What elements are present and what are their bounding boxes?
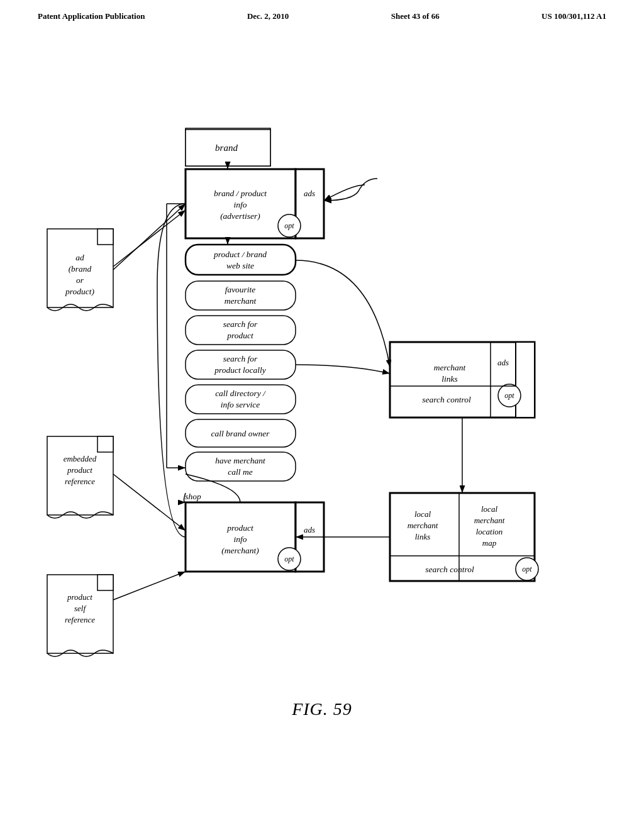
- svg-text:or: or: [76, 275, 84, 285]
- svg-text:links: links: [441, 374, 458, 384]
- svg-text:web site: web site: [226, 261, 254, 270]
- call-brand-owner-node: call brand owner: [186, 419, 296, 447]
- svg-text:(brand: (brand: [69, 264, 92, 274]
- brand-node: brand: [186, 128, 270, 166]
- diagram-svg: brand opt brand / product info (advertis…: [0, 34, 644, 757]
- svg-text:local: local: [414, 509, 431, 519]
- svg-marker-14: [97, 229, 113, 245]
- svg-text:search control: search control: [422, 395, 471, 404]
- call-directory-node: call directory / info service: [186, 385, 296, 414]
- svg-text:brand: brand: [215, 143, 238, 153]
- svg-text:ads: ads: [497, 358, 509, 367]
- svg-text:search control: search control: [425, 565, 474, 574]
- svg-text:product): product): [65, 287, 94, 296]
- sheet-label: Sheet 43 of 66: [391, 11, 440, 21]
- svg-text:shop: shop: [185, 492, 201, 501]
- svg-text:reference: reference: [65, 615, 95, 624]
- svg-text:product: product: [226, 523, 254, 533]
- svg-text:call directory /: call directory /: [215, 389, 266, 398]
- svg-text:ads: ads: [304, 525, 315, 534]
- svg-text:merchant: merchant: [225, 296, 257, 306]
- svg-text:product / brand: product / brand: [213, 250, 267, 259]
- svg-text:product: product: [67, 465, 92, 475]
- svg-line-89: [113, 572, 186, 600]
- svg-text:opt: opt: [284, 555, 294, 563]
- svg-text:search for: search for: [223, 354, 258, 363]
- svg-text:merchant: merchant: [434, 363, 467, 372]
- svg-text:map: map: [482, 538, 497, 548]
- page-header: Patent Application Publication Dec. 2, 2…: [0, 0, 644, 28]
- ad-brand-product-node: ad (brand or product): [47, 229, 113, 311]
- shop-label: shop: [185, 492, 201, 501]
- svg-text:embedded: embedded: [64, 454, 97, 463]
- svg-text:info: info: [233, 534, 247, 544]
- svg-text:self: self: [74, 604, 87, 613]
- svg-text:opt: opt: [522, 565, 532, 573]
- svg-text:local: local: [481, 504, 497, 514]
- svg-line-90: [113, 204, 186, 270]
- svg-rect-49: [516, 342, 535, 418]
- favourite-merchant-node: favourite merchant: [186, 281, 296, 310]
- svg-text:ad: ad: [75, 253, 84, 262]
- publication-label: Patent Application Publication: [38, 11, 145, 21]
- svg-text:info service: info service: [221, 400, 260, 409]
- svg-text:brand / product: brand / product: [214, 189, 267, 198]
- svg-text:info: info: [233, 200, 247, 209]
- svg-text:(advertiser): (advertiser): [220, 211, 260, 221]
- product-brand-website-node: product / brand web site: [186, 245, 296, 275]
- figure-caption: FIG. 59: [292, 699, 352, 719]
- have-merchant-call-me-node: have merchant call me: [186, 452, 296, 481]
- diagram-area: brand opt brand / product info (advertis…: [0, 34, 644, 757]
- svg-text:search for: search for: [223, 319, 258, 329]
- brand-product-info-node: opt brand / product info (advertiser) ad…: [186, 169, 324, 238]
- svg-text:favourite: favourite: [225, 285, 256, 294]
- svg-text:ads: ads: [304, 189, 315, 198]
- local-merchant-box: local merchant links local merchant loca…: [390, 493, 538, 581]
- date-label: Dec. 2, 2010: [247, 11, 289, 21]
- product-self-reference-node: product self reference: [47, 575, 113, 656]
- svg-text:have merchant: have merchant: [215, 456, 266, 465]
- svg-text:product locally: product locally: [214, 365, 266, 375]
- svg-marker-72: [97, 436, 113, 452]
- merchant-links-box: opt merchant links ads search control: [390, 342, 535, 418]
- svg-text:product: product: [67, 592, 92, 602]
- svg-text:call me: call me: [228, 467, 252, 477]
- search-for-product-locally-node: search for product locally: [186, 350, 296, 379]
- svg-text:merchant: merchant: [408, 521, 438, 530]
- svg-text:location: location: [476, 527, 503, 536]
- svg-line-88: [113, 474, 186, 531]
- embedded-product-reference-node: embedded product reference: [47, 436, 113, 518]
- svg-text:(merchant): (merchant): [221, 546, 259, 555]
- svg-text:reference: reference: [65, 477, 95, 486]
- search-for-product-node: search for product: [186, 316, 296, 345]
- svg-text:opt: opt: [284, 221, 294, 230]
- patent-number: US 100/301,112 A1: [541, 11, 606, 21]
- svg-text:call brand owner: call brand owner: [211, 429, 270, 438]
- svg-text:opt: opt: [504, 391, 514, 400]
- svg-text:links: links: [415, 532, 431, 541]
- svg-line-82: [113, 210, 186, 267]
- svg-marker-77: [97, 575, 113, 590]
- svg-text:merchant: merchant: [474, 516, 505, 525]
- svg-text:product: product: [226, 331, 254, 340]
